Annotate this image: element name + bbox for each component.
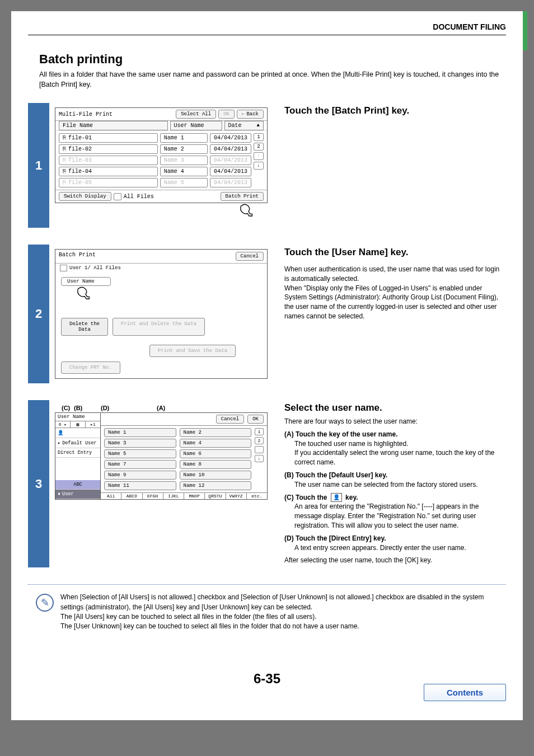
- pager-up[interactable]: ↑: [254, 152, 264, 160]
- multi-file-print-panel: Multi-File Print Select All OK ←Back Fil…: [55, 107, 268, 203]
- step3-heading: Select the user name.: [284, 402, 502, 414]
- p3-cancel-button[interactable]: Cancel: [216, 415, 244, 424]
- file-row[interactable]: ⎘file-05Name 504/04/2013: [59, 178, 251, 187]
- touch-cursor-icon: [71, 284, 91, 304]
- note-text: When [Selection of [All Users] is not al…: [60, 593, 498, 632]
- contents-button[interactable]: Contents: [424, 684, 506, 701]
- user-key-icon: 👤: [331, 493, 342, 502]
- tab-2[interactable]: ▦: [71, 421, 86, 428]
- p3-pager-2[interactable]: 2: [255, 437, 264, 444]
- switch-display-button[interactable]: Switch Display: [59, 192, 111, 201]
- file-row[interactable]: ⎘file-03Name 304/04/2013: [59, 156, 251, 165]
- step1-heading: Touch the [Batch Print] key.: [284, 105, 502, 116]
- step2-body: When user authentication is used, the us…: [284, 265, 502, 321]
- reg-no-key[interactable]: 👤: [55, 428, 100, 438]
- file-row[interactable]: ⎘file-02Name 204/04/2013: [59, 144, 251, 154]
- select-all-button[interactable]: Select All: [176, 110, 216, 119]
- col-file-name[interactable]: File Name: [59, 121, 168, 130]
- col-date[interactable]: Date▲: [224, 121, 264, 130]
- alpha-tab[interactable]: VWXYZ: [226, 493, 247, 499]
- alpha-tab[interactable]: etc.: [247, 493, 267, 499]
- user-name-key[interactable]: Name 11: [104, 481, 176, 490]
- p3-left-title: User Name: [55, 413, 100, 421]
- alpha-tab[interactable]: All: [101, 493, 121, 499]
- print-delete-button[interactable]: Print and Delete the Data: [113, 318, 205, 336]
- delete-data-button[interactable]: Delete the Data: [61, 318, 108, 336]
- alpha-tab[interactable]: ABCD: [121, 493, 142, 499]
- panel2-title: Batch Print: [59, 252, 96, 261]
- user-name-key[interactable]: Name 1: [104, 428, 176, 437]
- user-name-key[interactable]: Name 3: [104, 439, 176, 448]
- tab-3[interactable]: ▸1: [86, 421, 100, 428]
- page-title: Batch printing: [39, 52, 506, 67]
- step-number-3: 3: [28, 400, 49, 567]
- abc-key[interactable]: ABC: [55, 480, 100, 490]
- file-type-icon: ⎘: [63, 146, 66, 152]
- user-name-key[interactable]: Name 4: [180, 439, 252, 448]
- default-user-key[interactable]: ▸Default User: [55, 438, 100, 448]
- touch-cursor-icon: [234, 201, 254, 221]
- step2-heading: Touch the [User Name] key.: [284, 247, 502, 258]
- alpha-tab[interactable]: IJKL: [163, 493, 184, 499]
- pager-1[interactable]: 1: [254, 133, 264, 141]
- alpha-tab[interactable]: QRSTU: [205, 493, 226, 499]
- note-icon: ✎: [36, 594, 54, 612]
- user-name-key[interactable]: Name 10: [180, 471, 252, 480]
- change-prt-button[interactable]: Change PRT No.: [61, 361, 120, 374]
- intro-text: All files in a folder that have the same…: [39, 70, 506, 90]
- person-icon: 👤: [58, 430, 64, 436]
- panel1-title: Multi-File Print: [59, 111, 174, 118]
- user-name-key[interactable]: Name 2: [180, 428, 252, 437]
- direct-entry-key[interactable]: Direct Entry: [55, 448, 100, 458]
- pager-2[interactable]: 2: [254, 143, 264, 151]
- batch-print-button[interactable]: Batch Print: [221, 192, 264, 201]
- p3-ok-button[interactable]: OK: [247, 415, 264, 424]
- ok-button[interactable]: OK: [218, 110, 235, 119]
- file-type-icon: ⎘: [63, 135, 66, 141]
- user-name-key[interactable]: Name 9: [104, 471, 176, 480]
- file-row[interactable]: ⎘file-04Name 404/04/2013: [59, 167, 251, 176]
- all-files-label: All Files: [124, 194, 154, 200]
- cancel-button[interactable]: Cancel: [236, 252, 264, 261]
- user-name-key[interactable]: Name 12: [180, 481, 252, 490]
- print-save-button[interactable]: Print and Save the Data: [149, 345, 236, 357]
- user-name-key[interactable]: Name 8: [180, 460, 252, 469]
- sort-icon: ▲: [257, 123, 260, 129]
- user-name-key[interactable]: Name 6: [180, 449, 252, 458]
- step-number-2: 2: [28, 245, 49, 383]
- callout-labels: (C) (B) (D) (A): [55, 405, 268, 411]
- user-name-key[interactable]: Name 5: [104, 449, 176, 458]
- col-user-name[interactable]: User Name: [170, 121, 222, 130]
- file-row[interactable]: ⎘file-01Name 104/04/2013: [59, 133, 251, 143]
- alpha-tab[interactable]: MNOP: [184, 493, 205, 499]
- display-icon: [114, 193, 121, 200]
- alpha-tab[interactable]: EFGH: [143, 493, 163, 499]
- p3-pager-up[interactable]: ↑: [255, 446, 264, 453]
- step3-body: There are four ways to select the user n…: [284, 417, 502, 565]
- user-key[interactable]: ♦User: [55, 490, 100, 499]
- folder-icon: [60, 265, 67, 271]
- header-section: DOCUMENT FILING: [28, 22, 506, 35]
- p3-pager-1[interactable]: 1: [255, 428, 264, 435]
- tab-1[interactable]: 6 ▸: [55, 421, 71, 428]
- pager-down[interactable]: ↓: [254, 162, 264, 170]
- back-arrow-icon: ←: [242, 111, 245, 117]
- back-button[interactable]: ←Back: [237, 110, 264, 119]
- user-name-key[interactable]: Name 7: [104, 460, 176, 469]
- file-type-icon: ⎘: [63, 157, 66, 163]
- batch-print-panel: Batch Print Cancel User 1/ All Files Use…: [55, 249, 268, 379]
- file-type-icon: ⎘: [63, 180, 66, 186]
- file-type-icon: ⎘: [63, 168, 66, 175]
- path-text: User 1/ All Files: [69, 265, 121, 271]
- user-name-select-panel: User Name 6 ▸ ▦ ▸1 👤 ▸Default User Direc…: [55, 412, 268, 500]
- step-number-1: 1: [28, 103, 49, 228]
- p3-pager-down[interactable]: ↓: [255, 455, 264, 462]
